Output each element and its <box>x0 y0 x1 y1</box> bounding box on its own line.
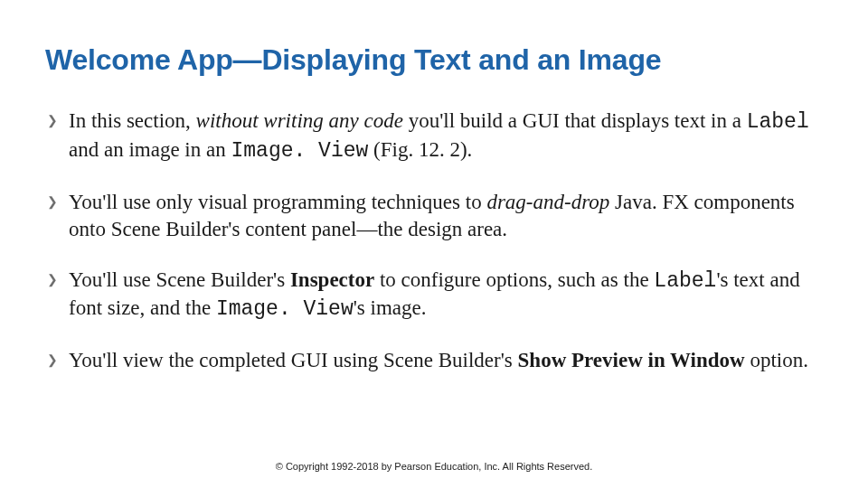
slide-title: Welcome App—Displaying Text and an Image <box>45 43 823 77</box>
bullet-italic: without writing any code <box>196 109 403 132</box>
bullet-code: Label <box>654 269 716 293</box>
bullet-code: Label <box>747 110 809 134</box>
bullet-text: option. <box>745 349 808 371</box>
bullet-text: to configure options, such as the <box>374 268 654 291</box>
bullet-text: and an image in an <box>69 138 231 161</box>
slide: Welcome App—Displaying Text and an Image… <box>0 0 868 488</box>
bullet-icon: ❯ <box>47 193 58 210</box>
bullet-item: ❯ You'll use only visual programming tec… <box>45 189 823 243</box>
bullet-text: (Fig. 12. 2). <box>368 138 472 161</box>
bullet-code: Image. View <box>216 297 354 321</box>
bullet-icon: ❯ <box>47 112 58 128</box>
bullet-code: Image. View <box>231 139 368 163</box>
bullet-list: ❯ In this section, without writing any c… <box>45 108 823 374</box>
bullet-text: You'll use Scene Builder's <box>69 268 290 291</box>
bullet-text: 's image. <box>354 296 427 319</box>
bullet-bold: Show Preview in Window <box>518 349 745 371</box>
bullet-text: In this section, <box>69 109 196 132</box>
bullet-bold: Inspector <box>290 268 374 291</box>
bullet-text: You'll use only visual programming techn… <box>69 191 486 213</box>
bullet-italic: drag-and-drop <box>486 191 609 213</box>
bullet-item: ❯ You'll use Scene Builder's Inspector t… <box>45 267 823 324</box>
bullet-item: ❯ In this section, without writing any c… <box>45 108 823 165</box>
bullet-icon: ❯ <box>47 271 58 287</box>
copyright-footer: © Copyright 1992-2018 by Pearson Educati… <box>0 461 868 472</box>
bullet-text: You'll view the completed GUI using Scen… <box>69 349 518 371</box>
bullet-icon: ❯ <box>47 352 58 368</box>
bullet-text: you'll build a GUI that displays text in… <box>403 109 747 132</box>
bullet-item: ❯ You'll view the completed GUI using Sc… <box>45 347 823 374</box>
